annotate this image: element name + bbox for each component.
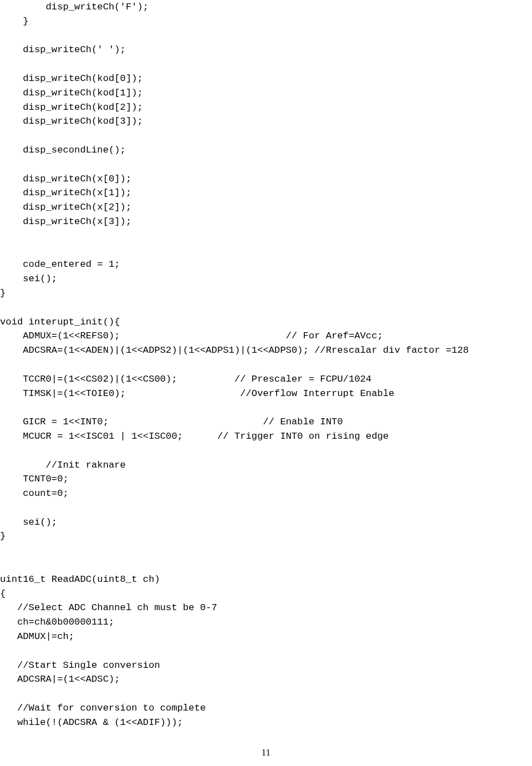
page-number: 11: [0, 745, 532, 760]
code-listing: disp_writeCh('F'); } disp_writeCh(' '); …: [0, 0, 532, 730]
